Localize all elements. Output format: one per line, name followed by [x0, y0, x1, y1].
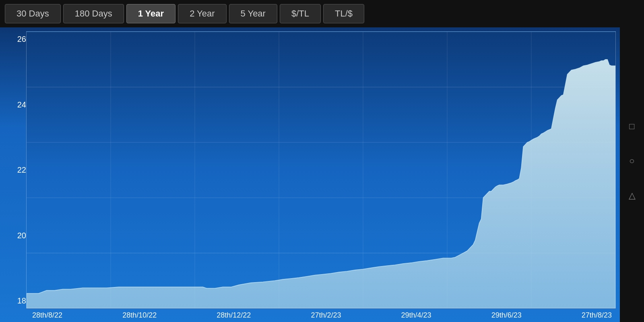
chart-area: 26 24 22 20 18 — [0, 27, 620, 322]
x-label-0: 28th/8/22 — [32, 311, 62, 320]
tab-btn-$/tl[interactable]: $/TL — [280, 4, 321, 23]
x-label-3: 27th/2/23 — [311, 311, 341, 320]
y-label-24: 24 — [4, 100, 26, 109]
x-label-2: 28th/12/22 — [217, 311, 251, 320]
x-label-4: 29th/4/23 — [401, 311, 431, 320]
y-label-18: 18 — [4, 296, 26, 305]
x-axis-labels: 28th/8/22 28th/10/22 28th/12/22 27th/2/2… — [4, 309, 616, 322]
y-label-26: 26 — [4, 35, 26, 44]
tab-btn-tl/$[interactable]: TL/$ — [323, 4, 364, 23]
chart-container — [26, 31, 616, 309]
android-nav: □ ○ △ — [620, 0, 644, 322]
tab-btn-1-year[interactable]: 1 Year — [126, 4, 175, 23]
x-label-6: 27th/8/23 — [582, 311, 612, 320]
x-label-1: 28th/10/22 — [122, 311, 157, 320]
android-back-icon[interactable]: △ — [629, 190, 636, 201]
toolbar: 30 Days180 Days1 Year2 Year5 Year$/TLTL/… — [0, 0, 620, 27]
x-label-5: 29th/6/23 — [491, 311, 522, 320]
tab-btn-2-year[interactable]: 2 Year — [178, 4, 226, 23]
tab-btn-30-days[interactable]: 30 Days — [5, 4, 61, 23]
android-circle-icon[interactable]: ○ — [629, 156, 634, 166]
tab-btn-5-year[interactable]: 5 Year — [229, 4, 277, 23]
main-area: 30 Days180 Days1 Year2 Year5 Year$/TLTL/… — [0, 0, 620, 322]
y-label-22: 22 — [4, 165, 26, 175]
tab-btn-180-days[interactable]: 180 Days — [63, 4, 124, 23]
android-square-icon[interactable]: □ — [629, 121, 634, 132]
y-label-20: 20 — [4, 231, 26, 240]
